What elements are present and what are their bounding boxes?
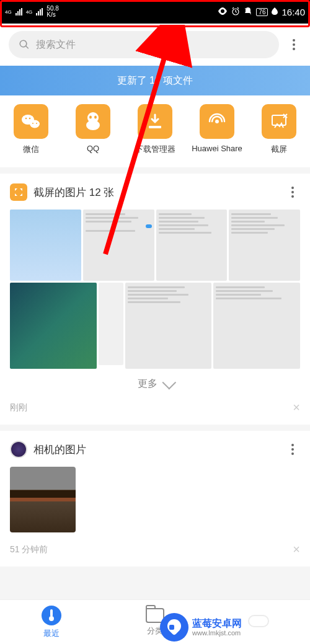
screenshot-icon — [262, 104, 296, 139]
svg-point-10 — [89, 116, 92, 119]
thumbnail[interactable] — [10, 467, 76, 532]
dismiss-button[interactable]: × — [293, 542, 300, 557]
signal-icon — [16, 8, 22, 15]
quick-item-screenshot[interactable]: 截屏 — [251, 104, 307, 155]
thumbnail[interactable] — [125, 283, 212, 369]
status-right: 76 16:40 — [218, 7, 305, 17]
thumbnail[interactable] — [83, 210, 154, 281]
watermark-url: www.lmkjst.com — [192, 629, 242, 637]
overflow-menu-button[interactable] — [286, 37, 301, 52]
quick-label: 下载管理器 — [135, 144, 175, 155]
section-overflow-button[interactable] — [285, 442, 300, 457]
svg-point-7 — [36, 123, 37, 124]
screenshot-thumbnails-row2 — [10, 283, 300, 369]
thumbnail[interactable] — [229, 210, 300, 281]
qq-icon — [76, 104, 110, 139]
section-screenshots: 截屏的图片 12 张 — [0, 174, 310, 425]
status-left: 4G 4G 50.8 K/s — [5, 6, 59, 18]
svg-point-9 — [86, 120, 100, 130]
cloud-icon — [248, 615, 269, 627]
quick-access-section: 快捷访问 更多 更新了 19 项文件 微信 QQ 下载管理器 — [0, 66, 310, 167]
screenshot-section-icon — [10, 183, 27, 201]
section-overflow-button[interactable] — [285, 185, 300, 200]
quick-label: Huawei Share — [192, 144, 242, 153]
bell-mute-icon — [244, 7, 252, 17]
wechat-icon — [14, 104, 48, 139]
svg-point-3 — [30, 120, 40, 128]
svg-point-5 — [29, 118, 31, 120]
quick-label: QQ — [87, 144, 99, 153]
bottom-nav: 最近 分类 — [0, 599, 310, 644]
signal-4g-label: 4G — [5, 9, 12, 15]
thumbnail[interactable] — [10, 283, 97, 369]
signal-icon-2 — [36, 8, 43, 15]
network-speed: 50.8 K/s — [46, 6, 58, 18]
quick-label: 截屏 — [271, 144, 287, 155]
search-input[interactable]: 搜索文件 — [9, 31, 279, 58]
svg-point-11 — [94, 116, 97, 119]
status-bar: 4G 4G 50.8 K/s 76 — [0, 0, 310, 24]
quick-item-huawei-share[interactable]: Huawei Share — [189, 104, 245, 155]
update-banner[interactable]: 更新了 19 项文件 — [0, 66, 310, 95]
quick-item-qq[interactable]: QQ — [65, 104, 121, 155]
section-camera: 相机的图片 51 分钟前 × — [0, 431, 310, 567]
nav-label: 最近 — [43, 628, 60, 639]
thumbnail[interactable] — [156, 210, 228, 281]
chevron-down-icon — [162, 376, 177, 390]
quick-item-wechat[interactable]: 微信 — [3, 104, 59, 155]
svg-point-4 — [25, 118, 27, 120]
download-icon — [138, 104, 172, 139]
section-timestamp: 51 分钟前 — [10, 544, 48, 555]
search-icon — [19, 39, 30, 50]
search-placeholder: 搜索文件 — [36, 38, 76, 51]
quick-label: 微信 — [23, 144, 39, 155]
clock-time: 16:40 — [281, 7, 305, 17]
svg-point-13 — [215, 120, 219, 123]
svg-point-6 — [32, 123, 33, 124]
thumbnail[interactable] — [10, 210, 81, 281]
signal-4g-label-2: 4G — [26, 9, 33, 15]
thumbnail[interactable] — [213, 283, 300, 369]
search-row: 搜索文件 — [0, 24, 310, 66]
section-title: 相机的图片 — [33, 443, 86, 457]
screenshot-thumbnails-row1 — [10, 210, 300, 281]
section-timestamp: 刚刚 — [10, 402, 27, 413]
quick-item-download[interactable]: 下载管理器 — [127, 104, 183, 155]
eye-icon — [218, 7, 228, 17]
alarm-icon — [231, 7, 240, 17]
nav-recent[interactable]: 最近 — [0, 600, 104, 644]
svg-rect-12 — [149, 126, 161, 128]
thumbnail[interactable] — [99, 283, 123, 365]
watermark-title: 蓝莓安卓网 — [192, 617, 242, 629]
camera-section-icon — [10, 441, 27, 458]
leaf-icon — [272, 7, 278, 17]
watermark-logo-icon — [160, 613, 188, 642]
battery-indicator: 76 — [256, 8, 268, 16]
section-title: 截屏的图片 12 张 — [33, 185, 114, 200]
watermark: 蓝莓安卓网 www.lmkjst.com — [160, 613, 242, 642]
show-more-button[interactable]: 更多 — [10, 377, 300, 390]
dismiss-button[interactable]: × — [293, 400, 300, 415]
huawei-share-icon — [200, 104, 234, 139]
clock-icon — [42, 606, 61, 625]
